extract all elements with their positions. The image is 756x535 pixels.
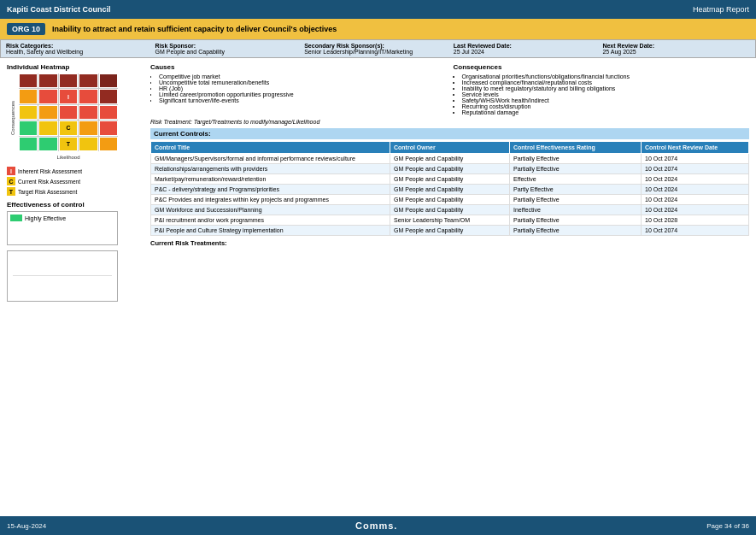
consequence-item: Inability to meet regulatory/statutory a… xyxy=(462,85,750,91)
org-banner: ORG 10 Inability to attract and retain s… xyxy=(0,19,756,39)
table-cell: Ineffective xyxy=(510,205,642,215)
heatmap-cell xyxy=(19,73,38,88)
effectiveness-section: Effectiveness of control Highly Effectiv… xyxy=(7,201,144,245)
table-cell: GM People and Capability xyxy=(390,195,510,205)
table-cell: Relationships/arrangements with provider… xyxy=(151,164,390,174)
table-row: GM/Managers/Supervisors/formal and infor… xyxy=(151,154,749,164)
org-badge: ORG 10 xyxy=(7,23,45,35)
risk-treatment-text: Risk Treatment: Target/Treatments to mod… xyxy=(150,119,749,125)
table-row: GM Workforce and Succession/PlanningGM P… xyxy=(151,205,749,215)
table-cell: P&I People and Culture Strategy implemen… xyxy=(151,226,390,236)
current-controls-header: Current Controls: xyxy=(150,128,749,139)
effect-label: Highly Effective xyxy=(25,215,66,221)
table-cell: GM/Managers/Supervisors/formal and infor… xyxy=(151,154,390,164)
risk-sponsor-cell: Risk Sponsor: GM People and Capability xyxy=(155,43,303,55)
table-cell: Partly Effective xyxy=(510,185,642,195)
table-row: P&I People and Culture Strategy implemen… xyxy=(151,226,749,236)
heatmap-cell xyxy=(59,73,78,88)
table-cell: Partially Effective xyxy=(510,226,642,236)
heatmap-cell xyxy=(99,121,118,135)
heatmap-cell xyxy=(79,105,97,120)
causes-consequences: Causes Competitive job market Uncompetit… xyxy=(150,63,749,119)
page-footer: 15-Aug-2024 Comms. Page 34 of 36 xyxy=(0,516,756,535)
heatmap-cell-T: T xyxy=(59,137,78,151)
heatmap-cell xyxy=(19,137,38,151)
consequences-col: Consequences Organisational priorities/f… xyxy=(454,63,750,119)
heatmap-cell xyxy=(38,89,57,103)
legend-label-C: Current Risk Assessment xyxy=(18,179,80,185)
table-row: P&C Provides and integrates within key p… xyxy=(151,195,749,205)
info-bar: Risk Categories: Health, Safety and Well… xyxy=(0,39,756,58)
col-header-rating: Control Effectiveness Rating xyxy=(510,142,642,154)
table-cell: GM People and Capability xyxy=(390,154,510,164)
heatmap-cell xyxy=(99,73,118,88)
table-cell: P&C - delivery/strategy and Programs/pri… xyxy=(151,185,390,195)
table-cell: P&C Provides and integrates within key p… xyxy=(151,195,390,205)
footer-brand: Comms. xyxy=(355,520,397,531)
left-panel: Individual Heatmap Consequences I xyxy=(7,63,144,504)
consequence-item: Recurring costs/disruption xyxy=(462,103,750,109)
heatmap-cell xyxy=(38,105,57,120)
heatmap-legend: I Inherent Risk Assessment C Current Ris… xyxy=(7,167,144,196)
col-header-title: Control Title xyxy=(151,142,390,154)
col-header-owner: Control Owner xyxy=(390,142,510,154)
causes-list: Competitive job market Uncompetitive tot… xyxy=(150,73,447,103)
table-cell: Partially Effective xyxy=(510,164,642,174)
table-cell: GM People and Capability xyxy=(390,226,510,236)
heatmap-cell-I: I xyxy=(59,89,78,103)
heatmap-cell xyxy=(19,89,38,103)
table-cell: Effective xyxy=(510,174,642,185)
table-cell: 10 Oct 2074 xyxy=(642,164,749,174)
heatmap-cell xyxy=(38,137,57,151)
effectiveness-box: Highly Effective xyxy=(7,211,118,245)
page-header: Kapiti Coast District Council Heatmap Re… xyxy=(0,0,756,19)
table-cell: 10 Oct 2074 xyxy=(642,154,749,164)
table-row: P&I recruitment and/or work programmesSe… xyxy=(151,215,749,226)
table-cell: Partially Effective xyxy=(510,195,642,205)
causes-col: Causes Competitive job market Uncompetit… xyxy=(150,63,447,119)
heatmap-cell xyxy=(99,137,118,151)
table-cell: GM People and Capability xyxy=(390,164,510,174)
last-reviewed-cell: Last Reviewed Date: 25 Jul 2024 xyxy=(454,43,601,55)
risk-categories-cell: Risk Categories: Health, Safety and Well… xyxy=(6,43,154,55)
table-cell: GM People and Capability xyxy=(390,174,510,185)
effectiveness-title: Effectiveness of control xyxy=(7,201,144,209)
legend-label-I: Inherent Risk Assessment xyxy=(18,168,82,174)
table-cell: 10 Oct 2024 xyxy=(642,185,749,195)
consequence-item: Service levels xyxy=(462,91,750,97)
table-cell: 10 Oct 2074 xyxy=(642,226,749,236)
consequences-title: Consequences xyxy=(454,63,750,71)
table-cell: GM Workforce and Succession/Planning xyxy=(151,205,390,215)
consequences-list: Organisational priorities/functions/obli… xyxy=(454,73,750,115)
x-axis-label: Likelihood xyxy=(56,155,79,160)
table-row: P&C - delivery/strategy and Programs/pri… xyxy=(151,185,749,195)
heatmap-cell xyxy=(99,89,118,103)
table-cell: Market/pay/remuneration/reward/retention xyxy=(151,174,390,185)
secondary-sponsor-cell: Secondary Risk Sponsor(s): Senior Leader… xyxy=(304,43,452,55)
heatmap-cell xyxy=(38,73,57,88)
table-cell: GM People and Capability xyxy=(390,205,510,215)
cause-item: Significant turnover/life-events xyxy=(159,97,447,103)
legend-label-T: Target Risk Assessment xyxy=(18,189,77,195)
table-cell: 10 Oct 2024 xyxy=(642,174,749,185)
heatmap-cell-C: C xyxy=(59,121,78,135)
heatmap-cell xyxy=(79,121,97,135)
effect-color-green xyxy=(10,215,22,221)
next-review-cell: Next Review Date: 25 Aug 2025 xyxy=(602,43,750,55)
table-row: Market/pay/remuneration/reward/retention… xyxy=(151,174,749,185)
heatmap-title: Individual Heatmap xyxy=(7,63,144,71)
right-panel: Causes Competitive job market Uncompetit… xyxy=(150,63,749,504)
table-cell: P&I recruitment and/or work programmes xyxy=(151,215,390,226)
footer-date: 15-Aug-2024 xyxy=(7,522,46,530)
org-title: Inability to attract and retain sufficie… xyxy=(52,25,337,33)
current-risk-treatments-label: Current Risk Treatments: xyxy=(150,239,749,247)
cause-item: HR (Job) xyxy=(159,85,447,91)
cause-item: Limited career/promotion opportunities p… xyxy=(159,91,447,97)
blank-chart-box xyxy=(7,250,118,302)
heatmap-cell xyxy=(79,137,97,151)
legend-item-C: C Current Risk Assessment xyxy=(7,177,144,185)
controls-table: Control Title Control Owner Control Effe… xyxy=(150,141,749,236)
heatmap-cell xyxy=(59,105,78,120)
table-cell: 10 Oct 2024 xyxy=(642,195,749,205)
table-cell: Partially Effective xyxy=(510,154,642,164)
